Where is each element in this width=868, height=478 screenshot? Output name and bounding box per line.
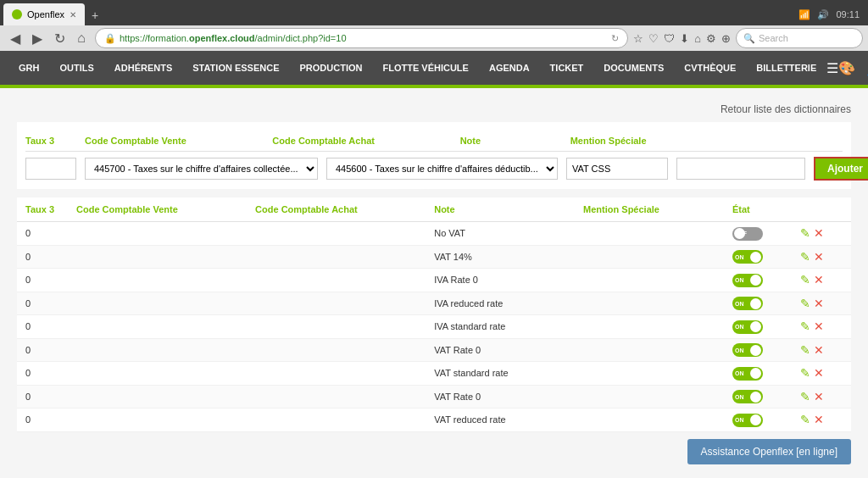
nav-action-icons: 🎨 👤 🖨 ⏻ [838,60,868,76]
nav-flotte-vehicule[interactable]: FLOTTE VÉHICULE [372,63,478,73]
nav-ticket[interactable]: TICKET [540,63,594,73]
toggle-4[interactable]: ON [732,320,763,334]
th-code-vente: Code Comptable Vente [76,204,255,214]
search-box[interactable]: 🔍 Search [736,28,863,48]
ajouter-button[interactable]: Ajouter [814,157,868,181]
nav-outils[interactable]: OUTILS [49,63,103,73]
search-placeholder: Search [759,33,788,43]
nav-cvtheque[interactable]: CVTHÈQUE [674,63,746,73]
toggle-knob-4 [750,321,761,332]
taux-input[interactable] [25,158,76,180]
td-note-0: No VAT [434,228,583,238]
more-icon[interactable]: ⊕ [720,31,732,47]
home-icon[interactable]: ⌂ [693,31,703,47]
bookmark-heart-icon[interactable]: ♡ [647,31,660,47]
delete-button-4[interactable]: ✕ [814,320,824,333]
code-vente-select[interactable]: 445700 - Taxes sur le chiffre d'affaires… [85,158,318,180]
td-etat-8: ON [732,413,800,427]
td-actions-8: ✎ ✕ [800,413,843,426]
nav-billetterie[interactable]: BILLETTERIE [746,63,826,73]
shield-icon[interactable]: 🛡 [662,31,676,47]
palette-icon[interactable]: 🎨 [838,60,855,76]
nav-grh[interactable]: GRH [8,63,49,73]
edit-button-5[interactable]: ✎ [800,343,810,357]
td-note-8: VAT reduced rate [434,414,583,425]
edit-button-2[interactable]: ✎ [800,273,810,286]
tab-favicon [12,9,22,19]
bookmark-star-icon[interactable]: ☆ [632,31,645,47]
form-header-taux: Taux 3 [25,136,76,146]
note-input[interactable] [566,158,668,180]
forward-button[interactable]: ▶ [27,28,47,48]
delete-button-8[interactable]: ✕ [814,413,824,426]
mention-input[interactable] [676,158,805,180]
delete-button-3[interactable]: ✕ [814,297,824,310]
toggle-knob-1 [750,252,761,263]
new-tab-button[interactable]: + [85,5,105,25]
toggle-knob-3 [750,298,761,309]
toggle-8[interactable]: ON [732,414,763,427]
browser-tab[interactable]: Openflex ✕ [3,3,85,25]
reload-button[interactable]: ↻ [49,28,70,48]
toggle-1[interactable]: ON [732,250,763,264]
nav-station-essence[interactable]: STATION ESSENCE [182,63,289,73]
td-etat-7: ON [732,390,800,404]
toggle-3[interactable]: ON [732,297,763,310]
settings-icon[interactable]: ⚙ [704,31,718,47]
td-taux-4: 0 [25,321,76,331]
table-header-row: Taux 3 Code Comptable Vente Code Comptab… [17,197,851,222]
back-link[interactable]: Retour liste des dictionnaires [721,103,851,115]
edit-button-8[interactable]: ✎ [800,413,810,426]
assistance-tooltip-text: Assistance Openflex [en ligne] [701,446,837,458]
td-actions-2: ✎ ✕ [800,273,843,286]
nav-agenda[interactable]: AGENDA [479,63,540,73]
toggle-knob-0 [734,228,745,239]
toggle-0[interactable]: OFF [732,227,763,241]
code-achat-select[interactable]: 445600 - Taxes sur le chiffre d'affaires… [326,158,558,180]
app-container: GRH OUTILS ADHÉRENTS STATION ESSENCE PRO… [0,51,868,478]
hamburger-menu-icon[interactable]: ☰ [826,60,838,76]
td-note-3: IVA reduced rate [434,298,583,308]
td-etat-1: ON [732,250,800,264]
edit-button-6[interactable]: ✎ [800,366,810,380]
td-note-6: VAT standard rate [434,368,583,378]
delete-button-7[interactable]: ✕ [814,390,824,403]
nav-production[interactable]: PRODUCTION [290,63,373,73]
edit-button-7[interactable]: ✎ [800,390,810,403]
table-row: 0 No VAT OFF ✎ ✕ [17,222,851,246]
code-vente-wrapper: 445700 - Taxes sur le chiffre d'affaires… [85,158,318,180]
data-table: Taux 3 Code Comptable Vente Code Comptab… [17,197,851,432]
delete-button-6[interactable]: ✕ [814,366,824,380]
toggle-5[interactable]: ON [732,343,763,357]
edit-button-1[interactable]: ✎ [800,250,810,264]
toggle-6[interactable]: ON [732,367,763,381]
td-actions-6: ✎ ✕ [800,366,843,380]
toggle-2[interactable]: ON [732,274,763,287]
url-bar[interactable]: 🔒 https://formation.openflex.cloud/admin… [95,28,628,48]
th-taux: Taux 3 [25,204,76,214]
download-icon[interactable]: ⬇ [678,31,691,47]
delete-button-2[interactable]: ✕ [814,273,824,286]
edit-button-4[interactable]: ✎ [800,320,810,333]
system-volume-icon: 🔊 [817,9,829,20]
delete-button-1[interactable]: ✕ [814,250,824,264]
toggle-knob-6 [750,368,761,379]
edit-button-0[interactable]: ✎ [800,226,810,240]
home-button[interactable]: ⌂ [71,28,92,48]
delete-button-0[interactable]: ✕ [814,226,824,240]
toggle-7[interactable]: ON [732,390,763,403]
back-button[interactable]: ◀ [5,28,25,48]
nav-adherents[interactable]: ADHÉRENTS [104,63,182,73]
td-actions-3: ✎ ✕ [800,297,843,310]
tab-close-icon[interactable]: ✕ [70,10,76,19]
td-taux-0: 0 [25,228,76,238]
td-etat-6: ON [732,366,800,381]
edit-button-3[interactable]: ✎ [800,297,810,310]
delete-button-5[interactable]: ✕ [814,343,824,357]
td-actions-0: ✎ ✕ [800,226,843,240]
table-row: 0 VAT 14% ON ✎ ✕ [17,246,851,270]
add-form-section: Taux 3 Code Comptable Vente Code Comptab… [17,122,851,189]
toggle-knob-2 [750,275,761,286]
td-note-7: VAT Rate 0 [434,392,583,402]
nav-documents[interactable]: DOCUMENTS [593,63,674,73]
